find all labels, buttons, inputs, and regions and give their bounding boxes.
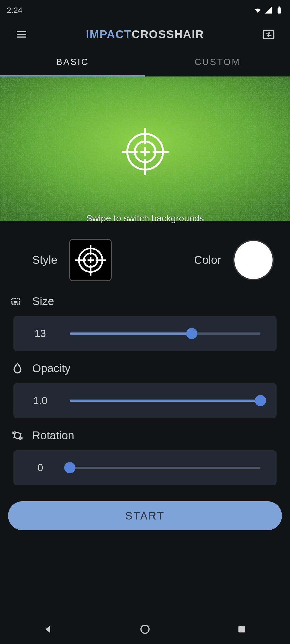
color-group: Color: [194, 240, 274, 280]
opacity-title: Opacity: [32, 362, 70, 375]
home-icon: [140, 624, 150, 635]
tab-basic[interactable]: BASIC: [0, 48, 145, 76]
recent-icon: [237, 624, 247, 634]
rotation-thumb[interactable]: [64, 462, 75, 473]
opacity-fill: [70, 400, 260, 402]
back-icon: [43, 624, 54, 635]
size-title: Size: [32, 295, 54, 308]
rotation-icon: [11, 429, 24, 442]
size-thumb[interactable]: [186, 328, 197, 339]
svg-rect-0: [278, 8, 281, 14]
swap-button[interactable]: [260, 26, 277, 42]
crosshair-preview-icon: [122, 128, 169, 175]
size-fill: [70, 332, 192, 335]
menu-button[interactable]: [13, 26, 30, 42]
tab-custom[interactable]: CUSTOM: [145, 48, 290, 76]
app-bar: IMPACTCROSSHAIR: [0, 20, 290, 48]
preview-hint: Swipe to switch backgrounds: [86, 213, 204, 224]
rotation-slider-card: 0: [13, 450, 277, 485]
opacity-slider-card: 1.0: [13, 383, 277, 418]
rotation-header: Rotation: [0, 421, 290, 442]
menu-icon: [15, 28, 28, 41]
style-color-row: Style Color: [0, 227, 290, 287]
color-label: Color: [194, 254, 221, 266]
title-accent: IMPACT: [86, 28, 132, 41]
swap-icon: [262, 27, 276, 41]
opacity-icon: [11, 362, 24, 375]
svg-rect-24: [238, 626, 245, 632]
start-button[interactable]: START: [8, 501, 282, 530]
opacity-header: Opacity: [0, 354, 290, 375]
status-bar: 2:24: [0, 0, 290, 20]
opacity-slider[interactable]: [70, 400, 260, 402]
svg-rect-21: [14, 301, 18, 303]
style-group: Style: [32, 239, 112, 281]
title-rest: CROSSHAIR: [132, 28, 204, 41]
crosshair-style-icon: [75, 245, 106, 276]
svg-rect-1: [279, 6, 280, 8]
rotation-value: 0: [30, 462, 51, 474]
size-header: Size: [0, 287, 290, 308]
size-icon: [11, 295, 24, 308]
battery-icon: [275, 6, 283, 14]
status-time: 2:24: [7, 6, 22, 15]
color-picker[interactable]: [233, 240, 274, 280]
nav-back[interactable]: [40, 621, 56, 637]
rotation-slider[interactable]: [70, 467, 260, 469]
nav-home[interactable]: [137, 621, 153, 637]
style-picker[interactable]: [69, 239, 112, 281]
svg-point-23: [141, 625, 149, 633]
rotation-title: Rotation: [32, 429, 74, 442]
android-nav-bar: [0, 614, 290, 644]
tabs: BASIC CUSTOM: [0, 48, 290, 76]
nav-recent[interactable]: [234, 621, 250, 637]
status-right: [254, 6, 283, 14]
svg-rect-22: [14, 432, 21, 439]
size-slider-card: 13: [13, 316, 277, 351]
opacity-value: 1.0: [30, 395, 51, 407]
preview-area[interactable]: Swipe to switch backgrounds: [0, 76, 290, 227]
size-value: 13: [30, 328, 51, 339]
size-slider[interactable]: [70, 332, 260, 335]
app-title: IMPACTCROSSHAIR: [30, 28, 260, 41]
signal-icon: [264, 6, 273, 14]
wifi-icon: [254, 6, 262, 14]
opacity-thumb[interactable]: [255, 395, 266, 406]
style-label: Style: [32, 254, 57, 266]
